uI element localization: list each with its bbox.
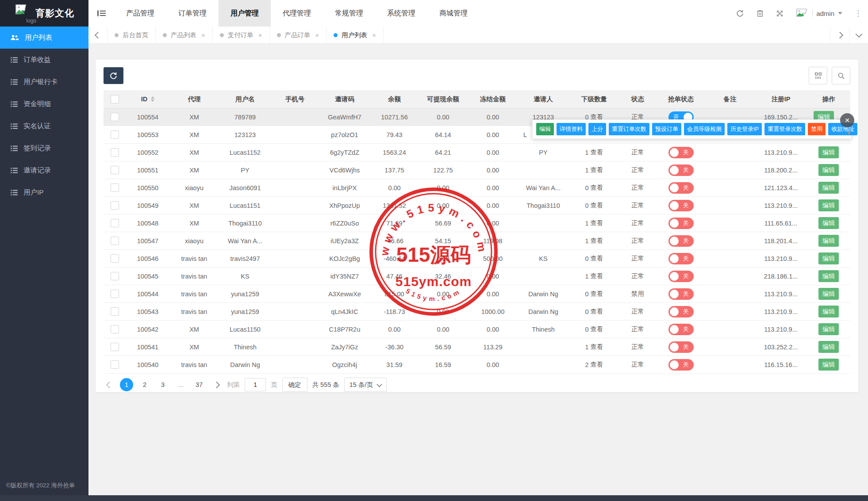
edit-button[interactable]: 编辑: [818, 182, 839, 194]
more-menu-icon[interactable]: ⋮: [854, 10, 862, 17]
grab-toggle-off[interactable]: 关: [668, 359, 694, 371]
grab-toggle-off[interactable]: 关: [668, 200, 694, 211]
view-link[interactable]: 查看: [591, 201, 603, 210]
grab-toggle-off[interactable]: 关: [668, 164, 694, 176]
goto-page-input[interactable]: [245, 378, 266, 391]
page-button[interactable]: 37: [192, 378, 206, 391]
row-checkbox[interactable]: [111, 201, 119, 210]
sidebar-item[interactable]: 用户列表: [0, 27, 88, 49]
edit-button[interactable]: 编辑: [818, 323, 839, 335]
grab-toggle-off[interactable]: 关: [668, 341, 694, 353]
edit-button[interactable]: 编辑: [818, 164, 839, 176]
next-page-icon[interactable]: [211, 378, 222, 391]
grab-toggle-off[interactable]: 关: [668, 253, 694, 264]
tab-close-icon[interactable]: ×: [372, 31, 376, 39]
row-checkbox[interactable]: [111, 237, 119, 245]
row-checkbox[interactable]: [111, 113, 119, 121]
collapse-menu-icon[interactable]: [88, 0, 114, 27]
view-link[interactable]: 查看: [591, 166, 603, 174]
tab[interactable]: 产品订单×: [270, 27, 327, 43]
filter-columns-button[interactable]: [809, 67, 827, 84]
row-checkbox[interactable]: [111, 325, 119, 333]
tabs-menu-icon[interactable]: [849, 27, 868, 43]
row-checkbox[interactable]: [111, 166, 119, 174]
sidebar-item[interactable]: 用户IP: [0, 181, 88, 203]
grab-toggle-off[interactable]: 关: [668, 235, 694, 247]
page-button[interactable]: 1: [120, 378, 133, 391]
view-link[interactable]: 查看: [591, 237, 603, 245]
grab-toggle-off[interactable]: 关: [668, 271, 694, 282]
grab-toggle-off[interactable]: 关: [668, 182, 694, 194]
popup-action-button[interactable]: 重置订单次数: [609, 123, 649, 135]
edit-button[interactable]: 编辑: [818, 217, 839, 229]
row-checkbox[interactable]: [111, 219, 119, 227]
view-link[interactable]: 查看: [591, 290, 603, 298]
row-checkbox[interactable]: [111, 290, 119, 298]
edit-button[interactable]: 编辑: [818, 252, 839, 264]
select-all-checkbox[interactable]: [111, 95, 119, 103]
grab-toggle-off[interactable]: 关: [668, 147, 694, 158]
row-checkbox[interactable]: [111, 130, 119, 139]
popup-action-button[interactable]: 预设订单: [652, 123, 681, 135]
view-link[interactable]: 查看: [591, 184, 603, 192]
popup-action-button[interactable]: 历史登录IP: [727, 123, 762, 135]
confirm-page-button[interactable]: 确定: [282, 378, 307, 392]
popup-action-button[interactable]: 详情资料: [557, 123, 586, 135]
popup-action-button[interactable]: 会员等级检测: [684, 123, 725, 135]
edit-button[interactable]: 编辑: [818, 270, 839, 282]
nav-item[interactable]: 商城管理: [427, 0, 480, 27]
grab-toggle-off[interactable]: 关: [668, 218, 694, 229]
popup-action-button[interactable]: 禁用: [808, 123, 826, 135]
sort-icon[interactable]: [151, 96, 154, 102]
row-checkbox[interactable]: [111, 184, 119, 192]
row-checkbox[interactable]: [111, 360, 119, 369]
grab-toggle-off[interactable]: 关: [668, 324, 694, 335]
row-checkbox[interactable]: [111, 307, 119, 316]
view-link[interactable]: 查看: [591, 219, 603, 227]
row-checkbox[interactable]: [111, 272, 119, 280]
nav-item[interactable]: 产品管理: [114, 0, 166, 27]
page-button[interactable]: 3: [156, 378, 169, 391]
grab-toggle-off[interactable]: 关: [668, 306, 694, 317]
tab[interactable]: 产品列表×: [156, 27, 213, 43]
edit-button[interactable]: 编辑: [818, 235, 839, 247]
row-checkbox[interactable]: [111, 148, 119, 157]
tabs-scroll-left-icon[interactable]: [88, 27, 108, 43]
sidebar-item[interactable]: 用户银行卡: [0, 71, 88, 93]
sidebar-item[interactable]: 资金明细: [0, 93, 88, 115]
nav-item[interactable]: 用户管理: [219, 0, 271, 27]
edit-button[interactable]: 编辑: [818, 288, 839, 300]
nav-item[interactable]: 订单管理: [166, 0, 219, 27]
page-button[interactable]: 2: [138, 378, 151, 391]
tab-close-icon[interactable]: ×: [315, 31, 319, 39]
popup-caret-icon[interactable]: ▼: [846, 130, 852, 136]
row-checkbox[interactable]: [111, 343, 119, 351]
nav-item[interactable]: 常规管理: [323, 0, 375, 27]
sidebar-item[interactable]: 签到记录: [0, 137, 88, 159]
row-checkbox[interactable]: [111, 254, 119, 263]
edit-button[interactable]: 编辑: [818, 359, 839, 371]
per-page-select[interactable]: 15 条/页: [344, 378, 387, 392]
view-link[interactable]: 查看: [591, 272, 603, 280]
tab[interactable]: 支付订单×: [213, 27, 270, 43]
user-menu[interactable]: admin: [795, 8, 842, 19]
tabs-scroll-right-icon[interactable]: [830, 27, 849, 43]
edit-button[interactable]: 编辑: [818, 199, 839, 211]
view-link[interactable]: 查看: [591, 360, 603, 369]
view-link[interactable]: 查看: [591, 254, 603, 263]
tab-close-icon[interactable]: ×: [258, 31, 262, 39]
popup-close-icon[interactable]: ×: [840, 113, 854, 127]
grab-toggle-off[interactable]: 关: [668, 288, 694, 300]
sidebar-item[interactable]: 实名认证: [0, 115, 88, 137]
view-link[interactable]: 查看: [591, 343, 603, 351]
tab[interactable]: 用户列表×: [326, 27, 384, 43]
prev-page-icon[interactable]: [104, 378, 115, 391]
nav-item[interactable]: 系统管理: [375, 0, 427, 27]
search-icon[interactable]: [832, 67, 850, 84]
tab-close-icon[interactable]: ×: [201, 31, 205, 39]
nav-item[interactable]: 代理管理: [271, 0, 323, 27]
edit-button[interactable]: 编辑: [818, 306, 839, 317]
view-link[interactable]: 查看: [591, 325, 603, 333]
fullscreen-icon[interactable]: [776, 10, 784, 17]
view-link[interactable]: 查看: [591, 307, 603, 316]
